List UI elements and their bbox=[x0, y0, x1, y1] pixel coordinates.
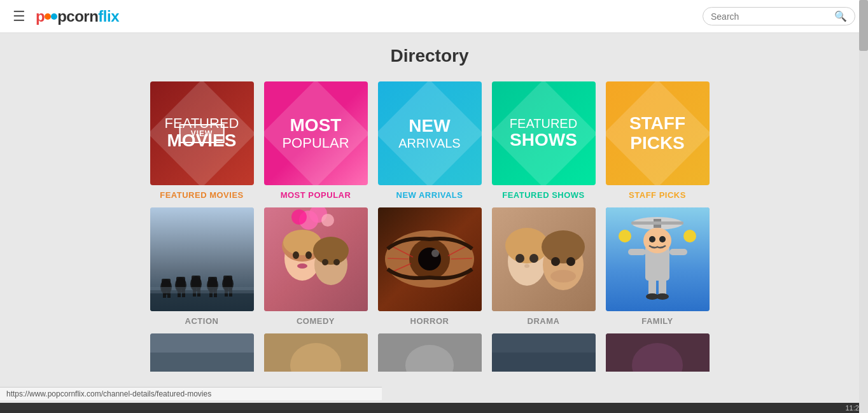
category-item-drama[interactable]: DRAMA bbox=[492, 207, 596, 326]
category-label-drama: DRAMA bbox=[528, 316, 560, 326]
svg-point-56 bbox=[551, 257, 560, 266]
svg-point-53 bbox=[524, 264, 529, 268]
tile-line2-pop: POPULAR bbox=[282, 136, 349, 151]
logo-p: p bbox=[36, 8, 45, 25]
category-tile-most-popular[interactable]: MOST POPULAR bbox=[264, 81, 368, 185]
category-label-featured-movies: FEATURED MOVIES bbox=[160, 190, 244, 200]
svg-point-37 bbox=[333, 259, 340, 265]
category-grid-row2: ACTION bbox=[25, 207, 834, 326]
svg-point-63 bbox=[619, 230, 631, 242]
partial-svg-3 bbox=[378, 333, 482, 372]
tile-text-featured-movies: FEATURED MOVIES bbox=[160, 111, 244, 156]
drama-scene-svg bbox=[492, 207, 596, 311]
category-label-action: ACTION bbox=[185, 316, 219, 326]
svg-point-66 bbox=[643, 228, 671, 253]
svg-point-33 bbox=[297, 263, 307, 269]
category-label-staff-picks: STAFF PICKS bbox=[629, 190, 686, 200]
svg-point-32 bbox=[305, 251, 312, 259]
category-tile-drama[interactable] bbox=[492, 207, 596, 311]
header: ☰ ppcornflix 🔍 bbox=[0, 0, 868, 33]
category-tile-featured-shows[interactable]: FEATURED SHOWS bbox=[492, 81, 596, 185]
partial-tile-1[interactable] bbox=[150, 333, 254, 372]
category-item-staff-picks[interactable]: STAFF PICKS STAFF PICKS bbox=[606, 81, 710, 200]
svg-rect-76 bbox=[150, 353, 254, 372]
svg-point-55 bbox=[542, 230, 585, 263]
category-label-featured-shows: FEATURED SHOWS bbox=[502, 190, 585, 200]
url-text: https://www.popcornflix.com/channel-deta… bbox=[6, 389, 211, 398]
category-item-horror[interactable]: HORROR bbox=[378, 207, 482, 326]
tile-text-featured-shows: FEATURED SHOWS bbox=[505, 111, 582, 155]
svg-line-44 bbox=[388, 258, 409, 259]
category-item-featured-shows[interactable]: FEATURED SHOWS FEATURED SHOWS bbox=[492, 81, 596, 200]
bottom-url-bar: https://www.popcornflix.com/channel-deta… bbox=[0, 387, 382, 400]
category-item-featured-movies[interactable]: FEATURED MOVIES VIEW FEATURED MOVIES bbox=[150, 81, 254, 200]
partial-tile-3[interactable] bbox=[378, 333, 482, 372]
category-label-most-popular: MOST POPULAR bbox=[281, 190, 351, 200]
category-label-family: FAMILY bbox=[641, 316, 673, 326]
category-label-comedy: COMEDY bbox=[297, 316, 335, 326]
family-scene-svg bbox=[606, 207, 710, 311]
tile-line1: FEATURED bbox=[165, 116, 239, 131]
logo-flix: flix bbox=[98, 8, 119, 25]
svg-rect-62 bbox=[631, 221, 683, 225]
svg-point-35 bbox=[313, 237, 349, 265]
svg-point-25 bbox=[291, 209, 307, 225]
tile-line2-staff: PICKS bbox=[629, 134, 685, 153]
svg-rect-22 bbox=[150, 287, 254, 293]
partial-tile-2[interactable] bbox=[264, 333, 368, 372]
search-box[interactable]: 🔍 bbox=[703, 7, 855, 25]
svg-point-51 bbox=[515, 254, 524, 263]
tile-line1-pop: MOST bbox=[282, 116, 349, 136]
category-tile-staff-picks[interactable]: STAFF PICKS bbox=[606, 81, 710, 185]
partial-row bbox=[25, 333, 834, 372]
svg-point-67 bbox=[649, 236, 655, 242]
category-tile-new-arrivals[interactable]: NEW ARRIVALS bbox=[378, 81, 482, 185]
tile-line1-shows: FEATURED bbox=[510, 116, 577, 130]
partial-svg-4 bbox=[492, 333, 596, 372]
tile-text-staff-picks: STAFF PICKS bbox=[624, 109, 690, 158]
comedy-scene-svg bbox=[264, 207, 368, 311]
partial-svg-1 bbox=[150, 333, 254, 372]
status-bar: 11:27 bbox=[0, 403, 868, 413]
svg-rect-19 bbox=[223, 276, 232, 288]
category-item-family[interactable]: FAMILY bbox=[606, 207, 710, 326]
category-item-action[interactable]: ACTION bbox=[150, 207, 254, 326]
svg-rect-73 bbox=[628, 249, 646, 255]
tile-line1-staff: STAFF bbox=[629, 114, 685, 134]
svg-point-68 bbox=[659, 236, 666, 242]
partial-tile-5[interactable] bbox=[606, 333, 710, 372]
search-button[interactable]: 🔍 bbox=[834, 10, 847, 22]
svg-point-58 bbox=[550, 270, 576, 283]
tile-line1-new: NEW bbox=[398, 116, 460, 136]
category-tile-action[interactable] bbox=[150, 207, 254, 311]
tile-text-most-popular: MOST POPULAR bbox=[277, 111, 354, 156]
action-scene-svg bbox=[150, 207, 254, 311]
svg-point-42 bbox=[431, 249, 439, 257]
category-item-new-arrivals[interactable]: NEW ARRIVALS NEW ARRIVALS bbox=[378, 81, 482, 200]
svg-point-31 bbox=[293, 251, 299, 259]
tile-line2: MOVIES bbox=[165, 131, 239, 151]
category-item-comedy[interactable]: COMEDY bbox=[264, 207, 368, 326]
partial-svg-2 bbox=[264, 333, 368, 372]
menu-icon[interactable]: ☰ bbox=[13, 8, 25, 25]
partial-tile-4[interactable] bbox=[492, 333, 596, 372]
scrollbar-thumb[interactable] bbox=[859, 0, 868, 51]
category-item-most-popular[interactable]: MOST POPULAR MOST POPULAR bbox=[264, 81, 368, 200]
svg-point-52 bbox=[529, 254, 538, 263]
logo-pcorn: pcorn bbox=[57, 8, 98, 25]
category-tile-comedy[interactable] bbox=[264, 207, 368, 311]
category-tile-featured-movies[interactable]: FEATURED MOVIES VIEW bbox=[150, 81, 254, 185]
category-grid-row1: FEATURED MOVIES VIEW FEATURED MOVIES MOS… bbox=[25, 81, 834, 200]
category-label-horror: HORROR bbox=[410, 316, 449, 326]
category-tile-family[interactable] bbox=[606, 207, 710, 311]
svg-line-47 bbox=[451, 258, 472, 259]
logo[interactable]: ppcornflix bbox=[36, 8, 119, 25]
svg-point-57 bbox=[566, 257, 575, 266]
scrollbar-track[interactable] bbox=[859, 0, 868, 413]
svg-point-27 bbox=[321, 214, 334, 227]
category-tile-horror[interactable] bbox=[378, 207, 482, 311]
page-title: Directory bbox=[25, 46, 834, 66]
tile-text-new-arrivals: NEW ARRIVALS bbox=[393, 111, 465, 155]
search-input[interactable] bbox=[711, 11, 834, 22]
header-left: ☰ ppcornflix bbox=[13, 8, 119, 25]
